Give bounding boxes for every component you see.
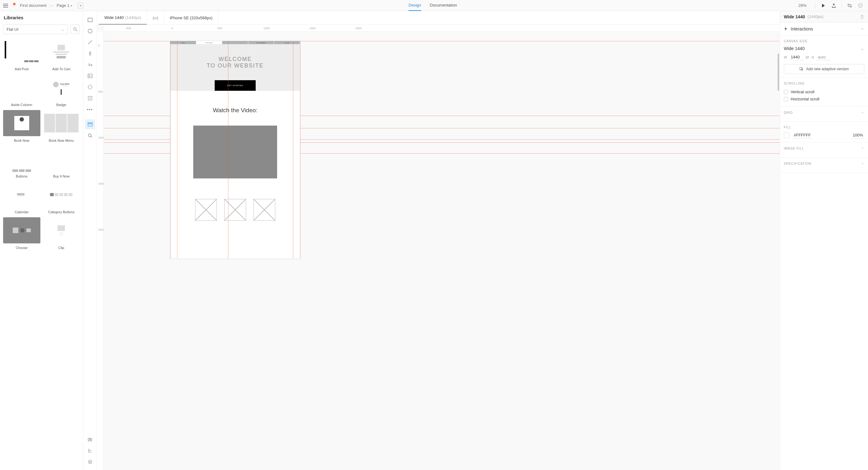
svg-point-7 <box>89 75 90 76</box>
tool-text[interactable]: Aa <box>85 60 95 70</box>
lib-item-choose[interactable]: Choose <box>3 217 40 250</box>
lib-item-book-now-menu[interactable]: Book Now Menu <box>43 110 80 143</box>
hero-title: WELCOME TO OUR WEBSITE <box>170 44 300 75</box>
add-page-button[interactable]: ＋ <box>78 3 83 8</box>
tool-circle[interactable] <box>85 26 95 36</box>
play-icon[interactable] <box>820 3 826 8</box>
tool-find[interactable] <box>85 130 95 141</box>
chevron-down-icon: ⌄ <box>861 46 864 51</box>
tool-tree[interactable] <box>85 446 95 456</box>
nav-item[interactable]: Home <box>170 41 196 44</box>
vertical-scroll-checkbox[interactable]: Vertical scroll <box>784 88 864 95</box>
swap-dimensions-icon[interactable]: ⇄ <box>806 55 809 60</box>
settings-toggle-icon[interactable] <box>847 3 852 8</box>
add-specification-button[interactable]: ＋ <box>861 161 864 166</box>
tool-rectangle[interactable] <box>85 15 95 25</box>
hero-section: Home This is active This is dropdown Las… <box>170 41 300 91</box>
chevron-down-icon: ⌄ <box>61 27 65 32</box>
canvas-area: Wide 1440 (1440px) (∞) iPhone SE (320x56… <box>97 11 780 470</box>
fill-opacity-input[interactable]: 100% <box>851 132 864 138</box>
add-interaction-button[interactable]: ＋ <box>860 26 864 32</box>
lib-item-buttons[interactable]: Buttons <box>3 146 40 178</box>
mode-tabs: Design Documentation <box>408 0 457 11</box>
library-search-button[interactable] <box>70 25 80 34</box>
hero-cta-button[interactable]: GET STARTED <box>215 80 256 91</box>
page-selector[interactable]: Page 1 <box>57 3 72 8</box>
tool-lightning[interactable] <box>85 93 95 103</box>
lib-item-add-post[interactable]: Add Post <box>3 38 40 71</box>
tool-component[interactable] <box>85 82 95 92</box>
libraries-title: Libraries <box>3 15 80 20</box>
grid-label: GRID <box>784 111 793 114</box>
tab-design[interactable]: Design <box>408 0 421 11</box>
tool-layers[interactable] <box>85 457 95 467</box>
fill-hex-input[interactable]: #FFFFFF <box>793 132 812 138</box>
add-grid-button[interactable]: ＋ <box>861 110 864 115</box>
doc-name: First document <box>20 3 46 8</box>
lib-item-buy-it-now[interactable]: Buy It Now <box>43 146 80 178</box>
lib-item-clip[interactable]: Clip <box>43 217 80 250</box>
width-label: W <box>784 55 787 59</box>
fill-color-swatch[interactable] <box>784 133 789 138</box>
menu-icon[interactable] <box>2 3 9 8</box>
ruler-horizontal[interactable]: -500 0 500 1000 1500 2000 <box>104 25 780 32</box>
logo-icon <box>13 3 16 5</box>
inspector-panel: Wide 1440 (1440px) Interactions ＋ CANVAS… <box>780 11 868 470</box>
lib-item-add-to-cart[interactable]: Add To Cart <box>43 38 80 71</box>
trash-icon[interactable] <box>860 14 864 19</box>
tool-more[interactable]: ••• <box>85 105 95 114</box>
lib-item-badge[interactable]: Arya StarkWinterfellBadge <box>43 74 80 107</box>
horizontal-scroll-checkbox[interactable]: Horizontal scroll <box>784 95 864 102</box>
interactions-label: Interactions <box>790 26 813 31</box>
nav-item[interactable]: Last one <box>274 41 300 44</box>
libraries-panel: Libraries Flat UI ⌄ Add Post Add To Cart… <box>0 11 83 470</box>
video-title: Watch the Video: <box>170 103 300 117</box>
tool-layout[interactable] <box>85 119 95 129</box>
add-adaptive-button[interactable]: Add new adaptive version <box>784 64 864 74</box>
image-placeholder <box>224 199 246 221</box>
height-input[interactable]: auto <box>816 54 830 60</box>
image-placeholder <box>195 199 217 221</box>
tool-pen[interactable] <box>85 49 95 58</box>
width-input[interactable]: 1440 <box>789 54 803 60</box>
library-dropdown[interactable]: Flat UI ⌄ <box>3 25 68 34</box>
breadcrumb-separator: — <box>50 3 54 8</box>
svg-point-5 <box>88 29 92 33</box>
svg-point-3 <box>74 28 76 30</box>
nav-item[interactable]: This is active <box>196 41 222 44</box>
nav-bar: Home This is active This is dropdown Las… <box>170 41 300 44</box>
lib-item-category-buttons[interactable]: Category Buttons <box>43 181 80 214</box>
lib-item-book-now[interactable]: ✕Book Now <box>3 110 40 143</box>
canvas-stage[interactable]: Home This is active This is dropdown Las… <box>104 32 780 470</box>
tool-variables[interactable]: {$} <box>85 435 95 444</box>
library-selected: Flat UI <box>6 27 18 32</box>
artboard-tabs: Wide 1440 (1440px) (∞) iPhone SE (320x56… <box>97 11 780 25</box>
zoom-level[interactable]: 28% <box>798 3 806 8</box>
canvas-size-select[interactable]: Wide 1440 ⌄ <box>784 46 864 51</box>
svg-point-11 <box>88 134 91 137</box>
artboard-wide[interactable]: Home This is active This is dropdown Las… <box>170 41 300 259</box>
nav-item[interactable] <box>222 41 248 44</box>
lib-item-aside-column[interactable]: Aside Column <box>3 74 40 107</box>
lib-item-calendar[interactable]: SeptemberCalendar <box>3 181 40 214</box>
breadcrumb[interactable]: First document — Page 1 <box>20 3 72 8</box>
tool-image[interactable] <box>85 71 95 81</box>
tab-documentation[interactable]: Documentation <box>430 0 457 11</box>
svg-point-2 <box>858 3 862 7</box>
scrollbar-thumb[interactable] <box>778 54 779 91</box>
ruler-vertical[interactable]: 0 500 1000 1500 2000 <box>97 32 104 470</box>
export-icon[interactable] <box>831 3 837 8</box>
image-placeholder <box>253 199 275 221</box>
fill-label: FILL <box>784 125 864 129</box>
artboard-tab-infinity[interactable]: (∞) <box>147 11 164 25</box>
lightning-icon <box>784 27 787 31</box>
add-image-fill-button[interactable]: ＋ <box>861 146 864 150</box>
tool-line[interactable] <box>85 37 95 47</box>
artboard-tab-wide[interactable]: Wide 1440 (1440px) <box>99 11 147 25</box>
check-circle-icon[interactable] <box>858 3 863 8</box>
svg-rect-4 <box>88 18 92 22</box>
svg-rect-9 <box>88 122 92 123</box>
video-placeholder <box>193 125 277 178</box>
nav-item[interactable]: This is dropdown <box>248 41 274 44</box>
artboard-tab-iphone[interactable]: iPhone SE (320x568px) <box>164 11 218 25</box>
